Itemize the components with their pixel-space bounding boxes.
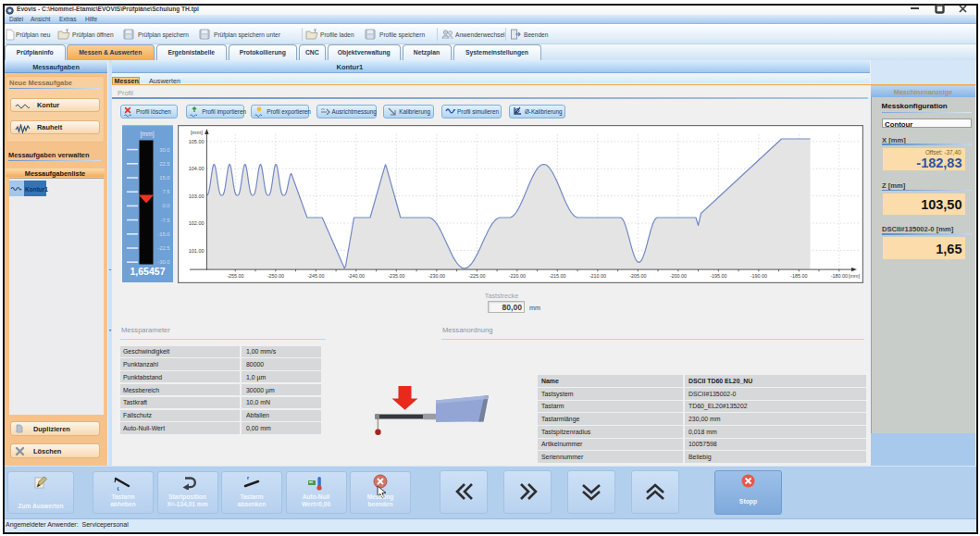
svg-text:-215.00: -215.00 <box>549 272 565 278</box>
svg-text:-30.0: -30.0 <box>157 259 169 265</box>
svg-text:-15.0: -15.0 <box>157 231 169 237</box>
svg-text:7.5: 7.5 <box>162 189 169 194</box>
svg-text:-245.00: -245.00 <box>307 272 324 278</box>
svg-text:-195.00: -195.00 <box>710 272 726 278</box>
svg-text:-230.00: -230.00 <box>428 272 445 278</box>
svg-text:[mm]: [mm] <box>140 131 154 138</box>
svg-text:103.00: 103.00 <box>189 193 205 198</box>
svg-text:105.00: 105.00 <box>189 139 205 144</box>
svg-text:-220.00: -220.00 <box>509 272 526 278</box>
svg-text:-185.00: -185.00 <box>790 272 807 278</box>
svg-text:104.00: 104.00 <box>189 166 205 171</box>
svg-text:22.5: 22.5 <box>159 161 169 167</box>
svg-text:-22.5: -22.5 <box>157 245 169 251</box>
svg-text:0.0: 0.0 <box>162 203 169 208</box>
svg-text:-255.00: -255.00 <box>227 272 243 278</box>
svg-text:[mm]: [mm] <box>191 130 203 135</box>
svg-text:[mm]: [mm] <box>849 272 860 278</box>
svg-text:-7.5: -7.5 <box>160 218 169 223</box>
svg-text:1,65457: 1,65457 <box>130 266 165 277</box>
svg-text:-250.00: -250.00 <box>267 272 284 278</box>
svg-text:-240.00: -240.00 <box>348 272 365 278</box>
svg-text:-205.00: -205.00 <box>629 272 646 278</box>
svg-text:102.00: 102.00 <box>189 220 205 226</box>
svg-text:-200.00: -200.00 <box>670 272 687 278</box>
svg-text:15.0: 15.0 <box>159 175 169 181</box>
svg-text:-210.00: -210.00 <box>589 272 606 278</box>
svg-text:-190.00: -190.00 <box>751 272 767 278</box>
svg-text:30.0: 30.0 <box>159 147 169 153</box>
svg-text:101.00: 101.00 <box>189 247 205 253</box>
svg-text:-180.00: -180.00 <box>831 272 848 278</box>
svg-text:-225.00: -225.00 <box>468 272 485 278</box>
svg-text:-235.00: -235.00 <box>388 272 404 278</box>
